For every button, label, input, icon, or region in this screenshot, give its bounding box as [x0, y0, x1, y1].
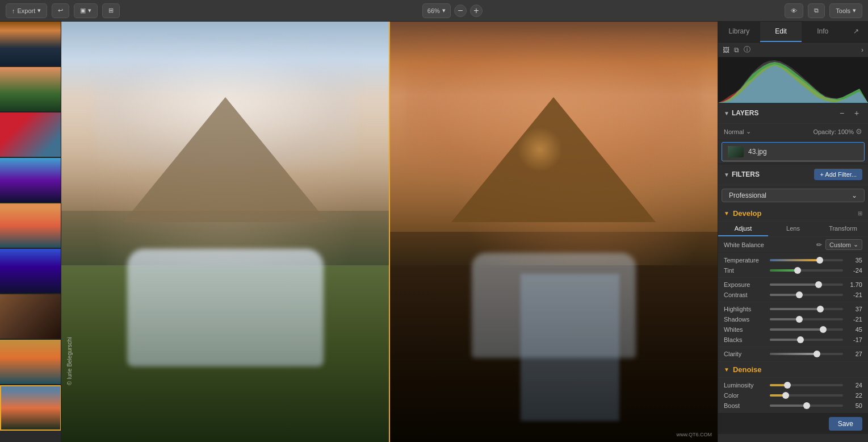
blacks-thumb[interactable]	[797, 336, 804, 343]
layers-collapse-arrow[interactable]: ▼	[724, 110, 729, 116]
tools-button[interactable]: Tools ▾	[829, 3, 862, 18]
image-panel-icon[interactable]: 🖼	[723, 46, 729, 54]
highlights-slider[interactable]	[770, 308, 843, 310]
whites-thumb[interactable]	[820, 326, 827, 333]
whites-slider[interactable]	[770, 328, 843, 331]
white-balance-row: White Balance ✏ Custom ⌄	[718, 237, 868, 253]
tab-edit[interactable]: Edit	[760, 22, 802, 42]
split-button[interactable]: ⧉	[808, 3, 825, 18]
highlights-slider-row: Highlights 37	[718, 304, 868, 314]
denoise-collapse-arrow[interactable]: ▼	[724, 366, 729, 373]
layers-title: ▼ LAYERS	[724, 109, 758, 117]
filmstrip-thumb-8[interactable]	[0, 340, 61, 385]
sub-tab-adjust[interactable]: Adjust	[718, 222, 768, 236]
contrast-thumb[interactable]	[796, 291, 803, 298]
zoom-plus-button[interactable]: +	[470, 5, 483, 17]
filters-collapse-arrow[interactable]: ▼	[724, 172, 729, 178]
layers-plus-button[interactable]: +	[851, 107, 862, 119]
zoom-level: 66%	[427, 7, 440, 14]
tab-info[interactable]: Info	[802, 22, 844, 42]
image-left	[61, 22, 389, 442]
sub-tab-lens[interactable]: Lens	[768, 222, 818, 236]
blend-mode-select[interactable]: Normal ⌄	[724, 128, 751, 135]
temperature-slider[interactable]	[770, 259, 843, 261]
right-panel: Library Edit Info ↗ 🖼 ⧉ ⓘ ›	[718, 22, 868, 442]
filmstrip-thumb-7[interactable]	[0, 294, 61, 340]
split-image	[61, 22, 718, 442]
panel-nav-arrow[interactable]: ›	[861, 46, 863, 54]
opacity-display: Opacity: 100% ⚙	[813, 127, 862, 136]
list-button[interactable]: ⊞	[102, 3, 120, 18]
blacks-slider[interactable]	[770, 339, 843, 341]
eye-button[interactable]: 👁	[785, 3, 803, 18]
tools-label: Tools	[836, 7, 850, 14]
split-divider	[389, 22, 390, 442]
denoise-sliders-group: Luminosity 24 Color	[718, 378, 868, 413]
filmstrip-thumb-5[interactable]	[0, 203, 61, 249]
filmstrip-thumb-9[interactable]	[0, 385, 61, 431]
tools-chevron: ▾	[853, 7, 856, 14]
layers-controls: Normal ⌄ Opacity: 100% ⚙	[718, 124, 868, 140]
filmstrip-thumb-6[interactable]	[0, 249, 61, 294]
shadows-thumb[interactable]	[796, 316, 803, 323]
luminosity-thumb[interactable]	[784, 382, 791, 389]
info-panel-icon[interactable]: ⓘ	[744, 45, 750, 55]
opacity-gear-icon[interactable]: ⚙	[856, 127, 862, 136]
layer-item[interactable]: 43.jpg	[722, 142, 865, 161]
temperature-slider-row: Temperature 35	[718, 255, 868, 265]
wb-chevron: ⌄	[853, 241, 858, 248]
canvas-area[interactable]: © Iurie Belegurschi www.QT6.COM	[61, 22, 718, 442]
temperature-thumb[interactable]	[816, 257, 823, 264]
boost-thumb[interactable]	[803, 402, 810, 409]
pro-select-chevron: ⌄	[852, 191, 857, 199]
tint-slider-row: Tint -24	[718, 265, 868, 276]
develop-expand-icon[interactable]: ⊞	[858, 210, 862, 216]
panel-top-row: 🖼 ⧉ ⓘ ›	[718, 43, 868, 57]
filters-title: ▼ FILTERS	[724, 170, 760, 178]
boost-slider[interactable]	[770, 405, 843, 407]
exposure-slider[interactable]	[770, 283, 843, 286]
contrast-slider[interactable]	[770, 294, 843, 296]
filmstrip-thumb-2[interactable]	[0, 67, 61, 112]
layers-section-header: ▼ LAYERS − +	[718, 103, 868, 124]
professional-select[interactable]: Professional ⌄	[722, 189, 865, 202]
panel-tabs: Library Edit Info ↗	[718, 22, 868, 43]
whites-slider-row: Whites 45	[718, 324, 868, 335]
wb-mode-select[interactable]: Custom ⌄	[825, 239, 862, 250]
tint-slider[interactable]	[770, 269, 843, 272]
shadows-slider[interactable]	[770, 318, 843, 320]
clarity-thumb[interactable]	[814, 351, 820, 357]
export-chevron: ▾	[37, 7, 41, 14]
sub-tab-transform[interactable]: Transform	[818, 222, 868, 236]
filmstrip-thumb-1[interactable]	[0, 22, 61, 67]
filmstrip-thumb-4[interactable]	[0, 158, 61, 203]
add-filter-button[interactable]: + Add Filter...	[814, 169, 862, 180]
histogram	[718, 57, 868, 103]
clarity-slider[interactable]	[770, 353, 843, 355]
save-button[interactable]: Save	[829, 417, 862, 431]
tab-share[interactable]: ↗	[844, 22, 868, 42]
filmstrip-thumb-3[interactable]	[0, 112, 61, 158]
tab-library[interactable]: Library	[718, 22, 760, 42]
highlights-thumb[interactable]	[817, 306, 824, 312]
color-slider-row: Color 22	[718, 390, 868, 401]
color-thumb[interactable]	[782, 392, 789, 399]
exposure-thumb[interactable]	[815, 281, 822, 288]
layer-thumbnail	[728, 146, 744, 157]
luminosity-slider-row: Luminosity 24	[718, 380, 868, 390]
rotate-button[interactable]: ↩	[52, 3, 69, 18]
wb-edit-icon[interactable]: ✏	[816, 241, 822, 249]
color-slider[interactable]	[770, 394, 843, 397]
boost-slider-row: Boost 50	[718, 401, 868, 411]
luminosity-slider[interactable]	[770, 384, 843, 386]
layout-button[interactable]: ▣ ▾	[74, 3, 98, 18]
copyright: © Iurie Belegurschi	[66, 337, 73, 385]
layers-panel-icon[interactable]: ⧉	[734, 46, 739, 54]
layers-minus-button[interactable]: −	[836, 107, 848, 119]
export-button[interactable]: ↑ Export ▾	[6, 3, 47, 18]
exposure-slider-row: Exposure 1.70	[718, 280, 868, 290]
zoom-minus-button[interactable]: −	[454, 5, 467, 17]
denoise-section-header: ▼ Denoise	[718, 361, 868, 378]
develop-collapse-arrow[interactable]: ▼	[724, 210, 729, 216]
tint-thumb[interactable]	[794, 267, 801, 274]
